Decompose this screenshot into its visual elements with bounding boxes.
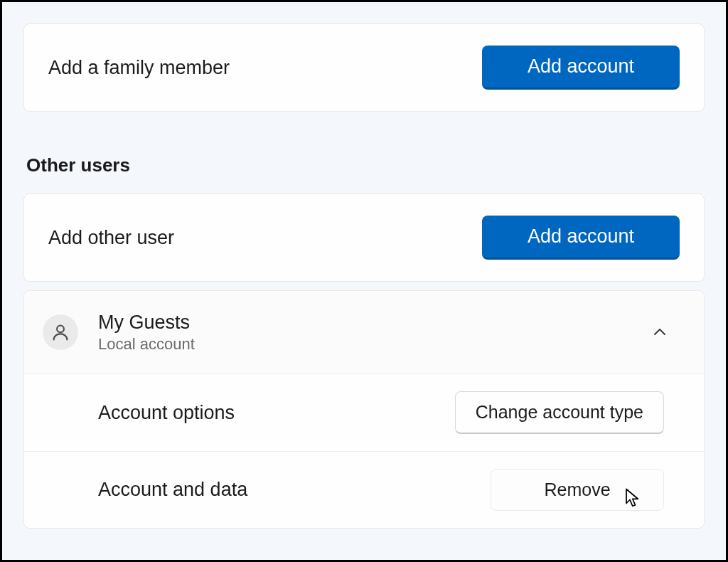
remove-account-button[interactable]: Remove — [491, 469, 664, 511]
user-name: My Guests — [98, 311, 651, 334]
add-family-account-button[interactable]: Add account — [482, 46, 680, 90]
account-and-data-row: Account and data Remove — [24, 451, 704, 528]
account-options-label: Account options — [98, 402, 235, 424]
add-family-label: Add a family member — [48, 57, 230, 79]
add-other-user-card: Add other user Add account — [23, 193, 705, 282]
account-options-row: Account options Change account type — [24, 373, 704, 451]
add-family-row: Add a family member Add account — [24, 24, 704, 111]
other-users-heading: Other users — [26, 154, 705, 176]
add-other-user-account-button[interactable]: Add account — [482, 216, 680, 260]
add-other-user-label: Add other user — [48, 227, 174, 249]
user-account-type: Local account — [98, 335, 651, 354]
add-other-user-row: Add other user Add account — [24, 194, 704, 281]
user-account-card: My Guests Local account Account options … — [23, 290, 705, 529]
add-family-member-card: Add a family member Add account — [23, 23, 705, 112]
account-and-data-label: Account and data — [98, 479, 247, 501]
svg-point-0 — [57, 326, 64, 333]
change-account-type-button[interactable]: Change account type — [455, 391, 664, 434]
chevron-up-icon — [651, 324, 668, 341]
user-account-header[interactable]: My Guests Local account — [24, 291, 704, 373]
user-info: My Guests Local account — [98, 311, 651, 354]
person-icon — [50, 322, 70, 342]
avatar — [43, 314, 78, 350]
